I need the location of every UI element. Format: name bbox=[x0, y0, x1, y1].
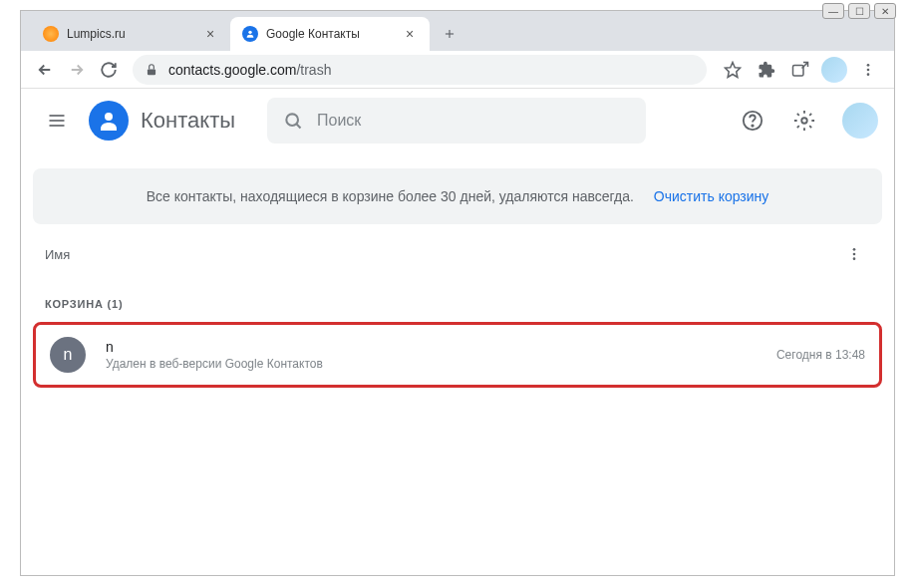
address-bar[interactable]: contacts.google.com/trash bbox=[133, 55, 707, 85]
extensions-button[interactable] bbox=[751, 54, 782, 86]
contact-row[interactable]: n n Удален в веб-версии Google Контактов… bbox=[33, 322, 882, 388]
svg-point-0 bbox=[248, 31, 251, 34]
profile-avatar bbox=[821, 57, 847, 83]
orange-favicon bbox=[43, 26, 59, 42]
search-input[interactable]: Поиск bbox=[267, 98, 646, 144]
column-header-name: Имя bbox=[45, 247, 70, 262]
svg-marker-4 bbox=[726, 62, 741, 77]
svg-point-7 bbox=[867, 68, 870, 71]
close-icon[interactable]: × bbox=[202, 26, 218, 42]
hamburger-menu-button[interactable] bbox=[37, 101, 77, 141]
more-options-button[interactable] bbox=[838, 238, 870, 270]
app-header: Контакты Поиск bbox=[21, 89, 894, 152]
list-header: Имя bbox=[33, 224, 882, 284]
svg-point-12 bbox=[105, 113, 113, 121]
window-close-button[interactable]: ✕ bbox=[874, 3, 896, 19]
browser-menu-button[interactable] bbox=[852, 54, 884, 86]
svg-point-16 bbox=[752, 125, 753, 126]
new-tab-button[interactable] bbox=[436, 20, 463, 48]
profile-button[interactable] bbox=[818, 54, 850, 86]
svg-point-8 bbox=[867, 73, 870, 76]
svg-point-17 bbox=[801, 118, 807, 124]
trash-section-label: КОРЗИНА (1) bbox=[33, 284, 882, 318]
tab-title: Google Контакты bbox=[266, 27, 402, 41]
contact-deleted-time: Сегодня в 13:48 bbox=[776, 348, 865, 362]
svg-point-13 bbox=[286, 114, 298, 126]
help-button[interactable] bbox=[733, 101, 772, 141]
contact-info: n Удален в веб-версии Google Контактов bbox=[106, 339, 776, 371]
svg-point-6 bbox=[867, 64, 870, 67]
close-icon[interactable]: × bbox=[402, 26, 418, 42]
search-placeholder: Поиск bbox=[317, 112, 361, 130]
media-button[interactable] bbox=[784, 54, 816, 86]
tab-title: Lumpics.ru bbox=[67, 27, 202, 41]
empty-trash-button[interactable]: Очистить корзину bbox=[654, 188, 769, 204]
search-icon bbox=[283, 111, 303, 131]
forward-button[interactable] bbox=[63, 56, 91, 84]
svg-rect-5 bbox=[793, 65, 804, 76]
svg-point-20 bbox=[853, 257, 856, 260]
browser-tab-lumpics[interactable]: Lumpics.ru × bbox=[31, 17, 230, 51]
settings-button[interactable] bbox=[784, 101, 824, 141]
contacts-favicon bbox=[242, 26, 258, 42]
contacts-logo-icon bbox=[89, 101, 129, 141]
svg-point-19 bbox=[853, 253, 856, 256]
lock-icon bbox=[145, 63, 158, 77]
browser-tab-contacts[interactable]: Google Контакты × bbox=[230, 17, 430, 51]
url-text: contacts.google.com/trash bbox=[168, 62, 331, 78]
trash-banner: Все контакты, находящиеся в корзине боле… bbox=[33, 168, 882, 224]
user-avatar[interactable] bbox=[842, 103, 878, 139]
browser-tab-strip: Lumpics.ru × Google Контакты × bbox=[21, 11, 894, 51]
svg-rect-3 bbox=[148, 69, 155, 75]
contact-name: n bbox=[106, 339, 776, 355]
banner-text: Все контакты, находящиеся в корзине боле… bbox=[147, 188, 634, 204]
window-minimize-button[interactable]: — bbox=[822, 3, 844, 19]
browser-toolbar: contacts.google.com/trash bbox=[21, 51, 894, 89]
app-title: Контакты bbox=[141, 108, 235, 134]
svg-line-14 bbox=[296, 124, 300, 128]
window-maximize-button[interactable]: ☐ bbox=[848, 3, 870, 19]
star-button[interactable] bbox=[717, 54, 749, 86]
contact-subtitle: Удален в веб-версии Google Контактов bbox=[106, 357, 776, 371]
reload-button[interactable] bbox=[95, 56, 123, 84]
contact-avatar: n bbox=[50, 337, 86, 373]
back-button[interactable] bbox=[31, 56, 59, 84]
svg-point-18 bbox=[853, 248, 856, 251]
